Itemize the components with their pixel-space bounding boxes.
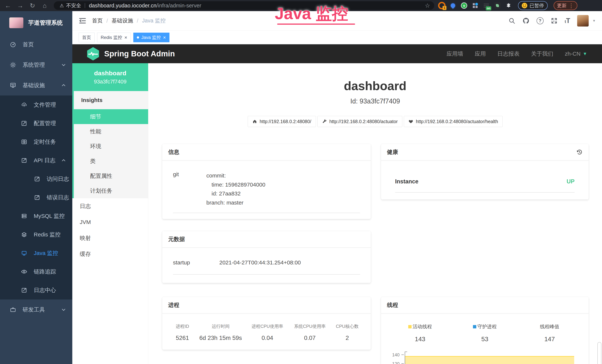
sidebar-item-config[interactable]: 配置管理 [0, 114, 72, 133]
sba-language-select[interactable]: zh-CN ▼ [565, 51, 587, 57]
not-secure-warning-icon[interactable]: ⚠ [60, 3, 64, 8]
sba-item-details[interactable]: 细节 [72, 109, 148, 124]
tags-bar: 首页 Redis 监控 × Java 监控 × [72, 31, 602, 44]
close-icon[interactable]: × [163, 35, 166, 40]
edit-square-icon [21, 120, 27, 127]
emoji-face-icon [522, 3, 527, 8]
forward-icon[interactable]: → [16, 2, 24, 9]
extension-list-icon[interactable]: on [483, 1, 490, 10]
browser-menu-icon[interactable]: ⋮ [569, 2, 574, 9]
user-caret-icon[interactable]: ▼ [592, 19, 596, 23]
sba-item-classes[interactable]: 类 [74, 154, 148, 169]
tag-redis[interactable]: Redis 监控 × [97, 33, 131, 42]
sidebar-item-redis[interactable]: Redis 监控 [0, 225, 72, 244]
tag-java-active[interactable]: Java 监控 × [133, 33, 170, 42]
log-edit-icon [34, 176, 40, 182]
sba-item-metrics[interactable]: 性能 [74, 124, 148, 139]
home-icon [252, 119, 257, 124]
sba-logo-icon[interactable] [87, 47, 99, 60]
threads-chart: 140 120 100 [388, 351, 582, 364]
cloud-upload-icon [21, 101, 27, 108]
breadcrumb-home[interactable]: 首页 [92, 17, 103, 24]
extension-leaf-icon[interactable] [494, 1, 501, 10]
update-button[interactable]: 更新 ⋮ [554, 1, 577, 10]
fullscreen-icon[interactable] [551, 17, 558, 24]
github-icon[interactable] [522, 17, 529, 24]
divider [173, 213, 360, 213]
bookmark-star-icon[interactable]: ☆ [425, 2, 430, 9]
sba-nav-wall[interactable]: 应用墙 [446, 50, 463, 58]
sidebar-item-java[interactable]: Java 监控 [0, 244, 72, 262]
sba-nav-journal[interactable]: 日志报表 [497, 50, 519, 58]
paused-badge[interactable]: 已暂停 [518, 1, 548, 10]
database-icon [21, 213, 27, 219]
url-text[interactable]: dashboard.yudao.iocoder.cn/infra/admin-s… [89, 3, 201, 9]
sba-item-jvm[interactable]: JVM [72, 214, 148, 230]
search-icon[interactable] [508, 17, 516, 24]
extension-grid-icon[interactable] [471, 1, 479, 10]
sba-brand[interactable]: Spring Boot Admin [104, 49, 175, 58]
sba-item-scheduled[interactable]: 计划任务 [74, 183, 148, 198]
sidebar-item-log-center[interactable]: 日志中心 [0, 281, 72, 300]
sidebar-item-dev-tools[interactable]: 研发工具 [0, 300, 72, 320]
sba-item-logfile[interactable]: 日志 [72, 198, 148, 214]
extensions-puzzle-icon[interactable] [505, 1, 512, 10]
sidebar-item-trace[interactable]: 链路追踪 [0, 262, 72, 281]
log-edit-icon [21, 157, 27, 164]
sba-item-configprops[interactable]: 配置属性 [74, 169, 148, 183]
git-commit-line: commit: [206, 171, 265, 180]
app-logo[interactable]: 芋道管理系统 [0, 11, 72, 34]
extension-green-icon[interactable]: v [460, 1, 468, 10]
tag-home[interactable]: 首页 [79, 33, 95, 42]
font-size-icon[interactable]: tT [565, 17, 570, 25]
git-id-line: id: 27aa832 [206, 189, 265, 198]
avatar[interactable] [577, 15, 589, 27]
breadcrumb-infra[interactable]: 基础设施 [112, 17, 133, 24]
timer-icon [21, 139, 27, 145]
history-icon[interactable] [576, 149, 583, 155]
dashboard-icon [10, 41, 16, 48]
service-url-button[interactable]: http://192.168.0.2:48080/ [248, 116, 316, 127]
sidebar-item-file[interactable]: 文件管理 [0, 96, 72, 114]
health-url-button[interactable]: http://192.168.0.2:48080/actuator/health [404, 116, 503, 127]
close-icon[interactable]: × [124, 35, 127, 40]
hamburger-icon[interactable] [79, 17, 86, 25]
log-edit-icon [21, 287, 27, 294]
sidebar-item-job[interactable]: 定时任务 [0, 133, 72, 151]
extension-pin-icon[interactable] [449, 1, 457, 10]
extension-orange-icon[interactable]: 1 [438, 1, 446, 10]
sba-nav-applications[interactable]: 应用 [475, 50, 486, 58]
sba-item-caches[interactable]: 缓存 [72, 246, 148, 262]
sba-nav-about[interactable]: 关于我们 [531, 50, 553, 58]
sidebar-item-mysql[interactable]: MySQL 监控 [0, 207, 72, 225]
reload-icon[interactable]: ↻ [28, 2, 37, 9]
sidebar-item-error-log[interactable]: 错误日志 [0, 188, 72, 207]
process-value-cpus: 2 [331, 334, 363, 341]
sba-item-mappings[interactable]: 映射 [72, 230, 148, 246]
legend-daemon-value: 53 [452, 335, 517, 343]
scrollbar-thumb[interactable] [597, 342, 602, 364]
sidebar-item-access-log[interactable]: 访问日志 [0, 170, 72, 188]
metadata-value: 2021-04-27T00:44:31.254+08:00 [219, 259, 301, 266]
on-badge: on [486, 6, 491, 11]
instance-links: http://192.168.0.2:48080/ http://192.168… [148, 116, 602, 127]
sidebar-item-home[interactable]: 首页 [0, 34, 72, 55]
back-icon[interactable]: ← [4, 2, 12, 9]
sidebar-item-system[interactable]: 系统管理 [0, 55, 72, 75]
sba-item-environment[interactable]: 环境 [74, 139, 148, 154]
header-actions: ? tT ▼ [508, 15, 596, 27]
address-bar[interactable]: ⚠ 不安全 dashboard.yudao.iocoder.cn/infra/a… [54, 1, 434, 10]
browser-home-icon[interactable]: ⌂ [40, 2, 49, 9]
sidebar-item-api-log[interactable]: API 日志 [0, 151, 72, 170]
not-secure-label[interactable]: 不安全 [66, 2, 81, 9]
sidebar-item-infra[interactable]: 基础设施 [0, 75, 72, 96]
instance-header[interactable]: dashboard 93a3fc7f7409 [72, 63, 148, 91]
sba-body: dashboard 93a3fc7f7409 Insights 细节 性能 环境… [72, 63, 602, 364]
threads-card-body: 活动线程 143 守护进程 53 线程峰值 147 [381, 313, 589, 364]
sba-section-insights[interactable]: Insights [72, 91, 148, 109]
process-header-process-cpu: 进程CPU使用率 [246, 323, 289, 329]
help-icon[interactable]: ? [537, 17, 544, 24]
actuator-url-button[interactable]: http://192.168.0.2:48080/actuator [317, 116, 402, 127]
active-dot [137, 36, 139, 39]
legend-live-value: 143 [388, 335, 452, 343]
